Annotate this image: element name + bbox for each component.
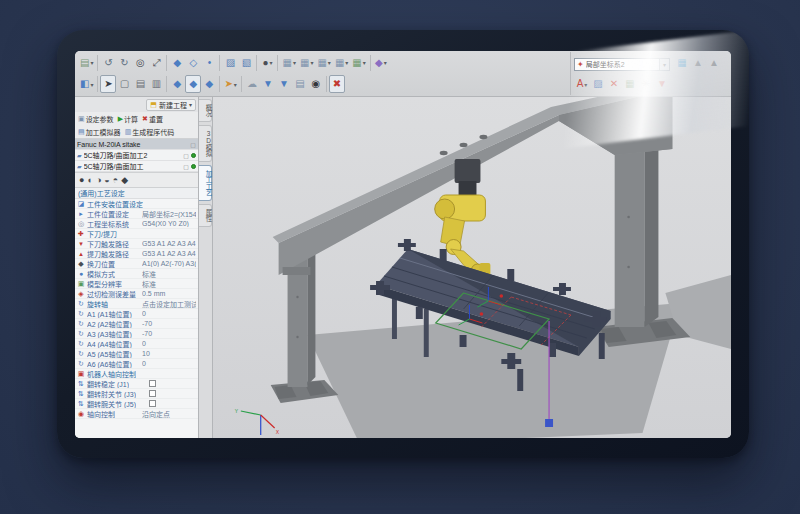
link-network-icon[interactable]: ✳ (638, 75, 654, 93)
checkbox[interactable] (149, 380, 156, 387)
box-select-icon[interactable]: ▢ (116, 75, 132, 93)
render-mode-icon[interactable]: ●▾ (259, 54, 275, 72)
workpiece-mount-section[interactable]: ◪工件安装位置设定 (75, 199, 198, 209)
robot-axis-section[interactable]: ▣机器人轴向控制 (75, 369, 198, 379)
cell-layout-icon[interactable]: ▦▾ (333, 54, 350, 72)
property-value[interactable]: 0 (142, 340, 196, 347)
chevron-down-icon[interactable]: ▾ (90, 81, 93, 88)
a3-axis-row[interactable]: ↻A3 (A3轴位置)-70 (75, 329, 198, 339)
layers-icon[interactable]: ▤ (132, 75, 148, 93)
pan-icon[interactable]: ⤢ (148, 54, 164, 72)
chevron-down-icon[interactable]: ▾ (384, 59, 387, 66)
filter-edit-icon[interactable]: ▼ (276, 75, 292, 93)
chevron-down-icon[interactable]: ▾ (90, 59, 93, 66)
export-report-icon[interactable]: A▾ (574, 75, 590, 93)
a2-axis-row[interactable]: ↻A2 (A2轴位置)-70 (75, 319, 198, 329)
viewport-3d[interactable]: Y X (213, 97, 731, 438)
checkbox[interactable] (149, 390, 156, 397)
zoom-icon[interactable]: ◎ (132, 54, 148, 72)
a6-axis-row[interactable]: ↻A6 (A6轴位置)0 (75, 359, 198, 369)
toolpath-copy-icon[interactable]: ◆ (201, 75, 217, 93)
operation-row[interactable]: ▰5C轴刀路/曲面加工▢ (75, 161, 198, 172)
stock-model-icon[interactable]: ◧▾ (78, 75, 95, 93)
chevron-down-icon[interactable]: ▾ (269, 59, 272, 66)
side-tab-3D模拟[interactable]: 3D模拟 (199, 125, 212, 162)
orbit-tool-icon[interactable]: ◓ (113, 176, 118, 185)
toolchange-pos-row[interactable]: ◆换刀位置A1(0) A2(-70) A3(-70) (75, 259, 198, 269)
toolpath-icon[interactable]: ◆ (169, 75, 185, 93)
image-export-icon[interactable]: ▦ (622, 75, 638, 93)
snap-icon[interactable]: • (201, 54, 217, 72)
chevron-down-icon[interactable]: ▾ (345, 59, 348, 66)
chevron-down-icon[interactable]: ▾ (328, 59, 331, 66)
mirror-icon[interactable]: ▧ (238, 54, 254, 72)
postprocess-icon[interactable]: ▦▾ (350, 54, 367, 72)
chevron-down-icon[interactable]: ▾ (293, 59, 296, 66)
lock-icon[interactable]: ▢ (183, 163, 189, 170)
plunge-retract-section[interactable]: ✚下刀/提刀 (75, 229, 198, 239)
sketch-point-icon[interactable]: ◆ (169, 54, 185, 72)
report-icon[interactable]: ▤ (292, 75, 308, 93)
axis-control-row[interactable]: ◉轴向控制沿向定点 (75, 409, 198, 419)
chevron-down-icon[interactable]: ▾ (659, 59, 669, 70)
measure-icon[interactable]: ▲ (690, 54, 706, 72)
simulate-icon[interactable]: ◉ (308, 75, 324, 93)
toolpath-edit-icon[interactable]: ◆ (185, 75, 201, 93)
filter-icon[interactable]: ▼ (260, 75, 276, 93)
flip-base-row[interactable]: ⇅翻转稳定 (J1) (75, 379, 198, 389)
property-value[interactable]: 0.5 mm (142, 290, 196, 297)
property-value[interactable]: -70 (142, 330, 196, 337)
property-value[interactable]: -70 (142, 320, 196, 327)
flip-wrist-row[interactable]: ⇅翻转腕关节 (J5) (75, 399, 198, 409)
property-value[interactable]: A1(0) A2(-70) A3(-70) (142, 260, 196, 267)
plunge-path-row[interactable]: ▾下刀触发路径G53 A1 A2 A3 A4 A5 A (75, 239, 198, 249)
set-params-button[interactable]: ▣设定参数 (78, 114, 114, 124)
section-view-icon[interactable]: ◒ (104, 176, 109, 185)
compare-model-icon[interactable]: ▲ (706, 54, 722, 72)
gencode-button[interactable]: ▥生成程序代码 (125, 127, 175, 137)
cloud-data-icon[interactable]: ☁ (244, 75, 260, 93)
chevron-down-icon[interactable]: ▾ (363, 59, 366, 66)
delete-operation-icon[interactable]: ✖ (329, 75, 345, 93)
chevron-down-icon[interactable]: ▾ (584, 81, 587, 88)
side-tab-概况[interactable]: 概况 (199, 99, 212, 122)
export-delete-icon[interactable]: ✕ (606, 75, 622, 93)
property-value[interactable]: 点击设定加工测试方向点 (142, 299, 196, 309)
shaded-view-icon[interactable]: ● (79, 176, 84, 185)
rotate-view-icon[interactable]: ↻ (116, 54, 132, 72)
side-tab-加工工艺[interactable]: 加工工艺 (199, 165, 212, 201)
model-resolution-row[interactable]: ▣模型分辨率标准 (75, 279, 198, 289)
chevron-down-icon[interactable]: ▾ (310, 59, 313, 66)
reset-button[interactable]: ✖重置 (142, 114, 163, 124)
property-value[interactable]: 10 (142, 350, 196, 357)
property-value[interactable]: 标准 (142, 269, 196, 279)
property-value[interactable]: 沿向定点 (142, 409, 196, 419)
sim-mode-row[interactable]: ●模拟方式标准 (75, 269, 198, 279)
import-model-icon[interactable]: ▤▾ (78, 54, 95, 72)
lock-icon[interactable]: ▢ (183, 152, 189, 159)
fixture-setup-icon[interactable]: ▦▾ (298, 54, 315, 72)
chevron-down-icon[interactable]: ▾ (234, 81, 237, 88)
sphere-view-icon[interactable]: ◑ (96, 176, 101, 185)
property-value[interactable]: G53 A1 A2 A3 A4 A5 A (142, 240, 196, 247)
rotary-axis-section[interactable]: ↻旋转轴点击设定加工测试方向点 (75, 299, 198, 309)
side-tab-属性[interactable]: 属性 (199, 204, 212, 227)
property-value[interactable]: G54(X0 Y0 Z0) (142, 220, 196, 227)
simulate-button[interactable]: ▤加工模拟器 (78, 127, 121, 137)
property-value[interactable]: G53 A1 A2 A3 A4 A5 A (142, 250, 196, 257)
halfshade-view-icon[interactable]: ◐ (87, 176, 92, 185)
material-icon[interactable]: ◆ (121, 176, 128, 185)
property-value[interactable]: 0 (142, 310, 196, 317)
operation-row[interactable]: ▰5C轴刀路/曲面加工2▢ (75, 150, 198, 161)
select-icon[interactable]: ➤ (100, 75, 116, 93)
checkbox[interactable] (149, 400, 156, 407)
tool-library-icon[interactable]: ◆▾ (373, 54, 389, 72)
workpiece-position-row[interactable]: ▸工件位置设定局部坐标2=(X1544.582 (75, 209, 198, 219)
calculate-button[interactable]: ▶计算 (118, 114, 138, 124)
analysis-icon[interactable]: ▦ (674, 54, 690, 72)
pattern-icon[interactable]: ▨ (222, 54, 238, 72)
machine-setup-icon[interactable]: ▦▾ (280, 54, 297, 72)
property-value[interactable]: 标准 (142, 279, 196, 289)
a5-axis-row[interactable]: ↻A5 (A5轴位置)10 (75, 349, 198, 359)
chevron-down-icon[interactable]: ▾ (189, 101, 192, 108)
